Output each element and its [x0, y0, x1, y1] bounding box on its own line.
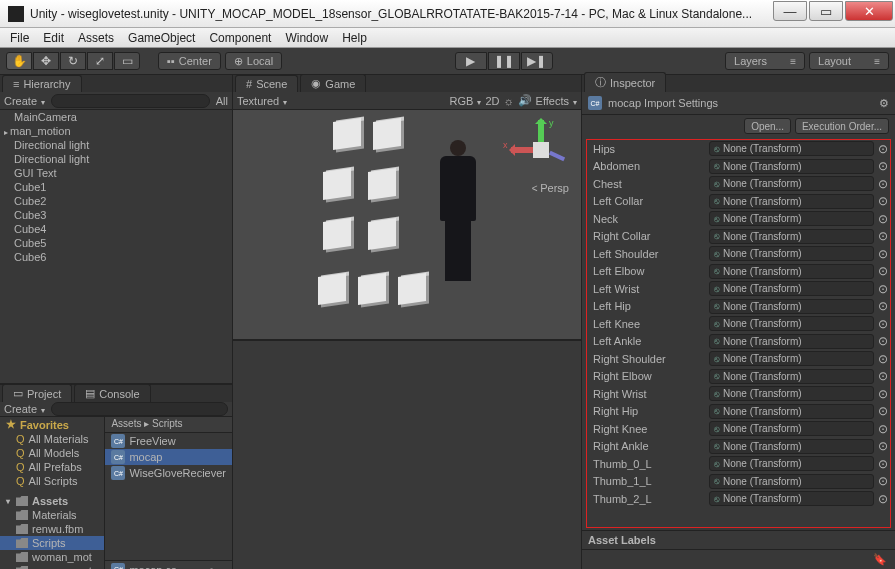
hierarchy-item[interactable]: Cube5	[0, 236, 232, 250]
slider-icon[interactable]: —●—	[197, 564, 226, 570]
menu-help[interactable]: Help	[342, 31, 367, 45]
favorites-header[interactable]: Favorites	[0, 417, 104, 432]
menu-file[interactable]: File	[10, 31, 29, 45]
transform-slot[interactable]: None (Transform)	[709, 211, 874, 226]
object-picker-icon[interactable]: ⊙	[878, 422, 888, 436]
transform-slot[interactable]: None (Transform)	[709, 141, 874, 156]
menu-component[interactable]: Component	[209, 31, 271, 45]
file-item[interactable]: C#WiseGloveReciever	[105, 465, 232, 481]
object-picker-icon[interactable]: ⊙	[878, 247, 888, 261]
object-picker-icon[interactable]: ⊙	[878, 142, 888, 156]
fav-item[interactable]: QAll Models	[0, 446, 104, 460]
menu-assets[interactable]: Assets	[78, 31, 114, 45]
transform-slot[interactable]: None (Transform)	[709, 281, 874, 296]
scene-tab[interactable]: #Scene	[235, 75, 298, 92]
minimize-button[interactable]: —	[773, 1, 807, 21]
hierarchy-item[interactable]: Directional light	[0, 138, 232, 152]
fav-item[interactable]: QAll Prefabs	[0, 460, 104, 474]
transform-slot[interactable]: None (Transform)	[709, 474, 874, 489]
rect-tool[interactable]: ▭	[114, 52, 140, 70]
folder-item[interactable]: renwu.fbm	[0, 522, 104, 536]
light-icon[interactable]: ☼	[503, 95, 513, 107]
move-tool[interactable]: ✥	[33, 52, 59, 70]
transform-slot[interactable]: None (Transform)	[709, 491, 874, 506]
inspector-tab[interactable]: ⓘInspector	[584, 72, 666, 92]
object-picker-icon[interactable]: ⊙	[878, 492, 888, 506]
object-picker-icon[interactable]: ⊙	[878, 404, 888, 418]
object-picker-icon[interactable]: ⊙	[878, 264, 888, 278]
fav-item[interactable]: QAll Scripts	[0, 474, 104, 488]
object-picker-icon[interactable]: ⊙	[878, 369, 888, 383]
transform-slot[interactable]: None (Transform)	[709, 159, 874, 174]
console-tab[interactable]: ▤Console	[74, 384, 150, 402]
menu-window[interactable]: Window	[285, 31, 328, 45]
project-search[interactable]	[51, 402, 228, 416]
object-picker-icon[interactable]: ⊙	[878, 212, 888, 226]
layers-dropdown[interactable]: Layers	[725, 52, 805, 70]
hierarchy-item[interactable]: Cube3	[0, 208, 232, 222]
folder-item[interactable]: Materials	[0, 508, 104, 522]
gear-icon[interactable]: ⚙	[879, 97, 889, 110]
fav-item[interactable]: QAll Materials	[0, 432, 104, 446]
hierarchy-item[interactable]: Cube1	[0, 180, 232, 194]
menu-gameobject[interactable]: GameObject	[128, 31, 195, 45]
folder-item[interactable]: woman_mot	[0, 550, 104, 564]
transform-slot[interactable]: None (Transform)	[709, 421, 874, 436]
execution-order-button[interactable]: Execution Order...	[795, 118, 889, 134]
pause-button[interactable]: ❚❚	[488, 52, 520, 70]
shading-mode[interactable]: Textured	[237, 95, 287, 107]
file-item-selected[interactable]: C#mocap	[105, 449, 232, 465]
hierarchy-item[interactable]: MainCamera	[0, 110, 232, 124]
object-picker-icon[interactable]: ⊙	[878, 334, 888, 348]
hierarchy-item[interactable]: Cube6	[0, 250, 232, 264]
hand-tool[interactable]: ✋	[6, 52, 32, 70]
persp-label[interactable]: < Persp	[532, 182, 569, 194]
transform-slot[interactable]: None (Transform)	[709, 229, 874, 244]
object-picker-icon[interactable]: ⊙	[878, 282, 888, 296]
transform-slot[interactable]: None (Transform)	[709, 194, 874, 209]
object-picker-icon[interactable]: ⊙	[878, 159, 888, 173]
hierarchy-create-button[interactable]: Create	[4, 95, 45, 107]
object-picker-icon[interactable]: ⊙	[878, 439, 888, 453]
object-picker-icon[interactable]: ⊙	[878, 352, 888, 366]
hierarchy-item[interactable]: Directional light	[0, 152, 232, 166]
play-button[interactable]: ▶	[455, 52, 487, 70]
hierarchy-tab[interactable]: ≡Hierarchy	[2, 75, 82, 92]
hierarchy-search[interactable]	[51, 94, 210, 108]
transform-slot[interactable]: None (Transform)	[709, 176, 874, 191]
close-button[interactable]: ✕	[845, 1, 893, 21]
object-picker-icon[interactable]: ⊙	[878, 317, 888, 331]
step-button[interactable]: ▶❚	[521, 52, 553, 70]
layout-dropdown[interactable]: Layout	[809, 52, 889, 70]
assets-header[interactable]: Assets	[0, 494, 104, 508]
rotate-tool[interactable]: ↻	[60, 52, 86, 70]
object-picker-icon[interactable]: ⊙	[878, 474, 888, 488]
transform-slot[interactable]: None (Transform)	[709, 369, 874, 384]
transform-slot[interactable]: None (Transform)	[709, 264, 874, 279]
transform-slot[interactable]: None (Transform)	[709, 316, 874, 331]
transform-slot[interactable]: None (Transform)	[709, 351, 874, 366]
project-breadcrumb[interactable]: Assets ▸ Scripts	[105, 417, 232, 433]
game-tab[interactable]: ◉Game	[300, 74, 366, 92]
open-button[interactable]: Open...	[744, 118, 791, 134]
2d-toggle[interactable]: 2D	[485, 95, 499, 107]
orientation-gizmo[interactable]: y x	[511, 120, 571, 180]
object-picker-icon[interactable]: ⊙	[878, 387, 888, 401]
menu-edit[interactable]: Edit	[43, 31, 64, 45]
object-picker-icon[interactable]: ⊙	[878, 177, 888, 191]
transform-slot[interactable]: None (Transform)	[709, 386, 874, 401]
pivot-local-button[interactable]: ⊕Local	[225, 52, 282, 70]
transform-slot[interactable]: None (Transform)	[709, 439, 874, 454]
rgb-mode[interactable]: RGB	[450, 95, 482, 107]
scene-viewport[interactable]: y x < Persp	[233, 110, 581, 339]
hierarchy-item[interactable]: man_motion	[0, 124, 232, 138]
hierarchy-item[interactable]: GUI Text	[0, 166, 232, 180]
transform-slot[interactable]: None (Transform)	[709, 404, 874, 419]
transform-slot[interactable]: None (Transform)	[709, 456, 874, 471]
hierarchy-item[interactable]: Cube2	[0, 194, 232, 208]
pivot-center-button[interactable]: ▪▪Center	[158, 52, 221, 70]
folder-item-selected[interactable]: Scripts	[0, 536, 104, 550]
hierarchy-item[interactable]: Cube4	[0, 222, 232, 236]
tag-icon[interactable]: 🔖	[873, 553, 887, 566]
transform-slot[interactable]: None (Transform)	[709, 334, 874, 349]
